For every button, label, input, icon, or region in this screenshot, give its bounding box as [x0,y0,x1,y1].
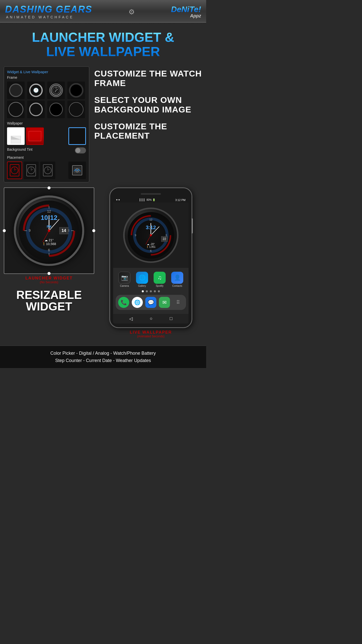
app-spotify-label: Spotify [156,285,164,287]
frame-item-3[interactable] [47,82,65,99]
frame-grid: 🕐 [7,82,86,118]
app-contacts[interactable]: 👤 Contacts [171,272,183,287]
wallpaper-red[interactable] [26,127,44,145]
app-camera[interactable]: 📷 Camera [118,272,130,287]
feature-2: SELECT YOUR OWN BACKGROUND IMAGE [94,95,202,114]
bottom-bar: Color Picker - Digital / Analog - Watch/… [0,346,206,368]
phone-watch-face: 12 3 6 9 3:12 22 [113,203,189,268]
placement-photo[interactable] [68,162,86,179]
wallpaper-white[interactable] [7,127,25,145]
phone-digital-time: 3:12 [146,224,156,230]
phone-watch-inner: 12 3 6 9 3:12 22 [128,212,174,259]
frame-item-6[interactable] [27,101,45,118]
wallpaper-black-selected[interactable] [68,127,86,145]
widget-label-sub: (No Seconds) [4,280,94,284]
phone-screen: ▾ ▾ ▎▎▎ 83% 🔋 3:12 PM 12 3 [113,197,189,324]
app-gallery-label: Gallery [138,285,146,287]
frame-item-8[interactable] [67,101,85,118]
phone-status-bar: ▾ ▾ ▎▎▎ 83% 🔋 3:12 PM [113,197,189,203]
photo-icon [72,165,82,175]
svg-line-16 [48,169,50,170]
placement-label: Placement [7,155,86,159]
watch-circle-5 [8,102,23,117]
resizable-title-line2: WIDGET [4,301,94,312]
gear-icon: ⚙ [128,8,135,16]
placement-item-2[interactable] [24,162,39,179]
dock-mail[interactable]: ✉ [159,297,170,308]
phone-outer: ▾ ▾ ▎▎▎ 83% 🔋 3:12 PM 12 3 [109,187,192,328]
svg-line-12 [31,169,33,170]
gallery-icon: 🌐 [136,272,148,284]
dock-msg[interactable]: 💬 [145,297,156,308]
nav-home[interactable]: ○ [150,316,153,321]
app-subtitle: Animated Watchface [5,15,92,19]
main-title: LAUNCHER WIDGET & LIVE WALLPAPER [5,30,201,59]
resize-dot-right[interactable] [92,229,95,232]
resizable-title-line1: RESIZABLE [4,289,94,301]
dock-phone[interactable]: 📞 [118,297,129,308]
feature-3: CUSTOMIZE THE PLACEMENT [94,122,202,141]
wallpaper-grid [7,127,86,145]
widget-panel-title: Widget & Live Wallpaper [7,70,86,74]
bg-tint-label: Background Tint [7,147,32,151]
frame-item-2[interactable]: 🕐 [27,82,45,99]
phone-apps: 📷 Camera 🌐 Gallery ♫ Spotify 👤 [113,268,189,314]
watch-inner: 12 3 6 9 10:12 PM [19,200,79,261]
dot-4 [154,290,156,292]
svg-text:6: 6 [48,248,50,252]
watch-face-large: 12 3 6 9 10:12 PM [14,195,84,266]
nav-recents[interactable]: □ [170,316,172,321]
frame-item-7[interactable] [47,101,65,118]
phone-side-button [192,218,193,233]
spotify-icon: ♫ [154,272,166,284]
svg-line-8 [15,169,16,170]
placement-item-1[interactable] [7,162,22,179]
watch-circle-4 [69,83,83,98]
widget-label-main: LAUNCHER WIDGET [4,276,94,280]
bg-tint-toggle[interactable] [75,147,86,153]
svg-text:12: 12 [47,209,51,213]
watch-circle-7 [49,103,63,116]
placement-item-3[interactable] [40,162,55,179]
denite-logo: DeNiTe! [171,5,201,13]
frame-item-4[interactable] [67,82,85,99]
frame-item-1[interactable] [7,82,25,99]
watch-circle-3 [49,84,63,97]
bottom-bar-line2: Step Counter - Current Date - Weather Up… [5,357,201,364]
dock-grid[interactable]: ⠿ [172,297,184,308]
denite-sub: Appz [171,13,201,19]
watch-circle-6 [29,103,43,116]
widget-frame: 12 3 6 9 10:12 PM [4,187,94,274]
frame-item-5[interactable] [7,101,25,118]
header-right: DeNiTe! Appz [171,5,201,19]
app-title: DASHING GEARS [5,5,92,14]
svg-text:6: 6 [150,249,151,252]
phone-label-sub: (Animated Seconds) [130,335,172,338]
nav-back[interactable]: ◁ [129,316,133,321]
header: DASHING GEARS Animated Watchface ⚙ DeNiT… [0,0,206,23]
wallpaper-section: Wallpaper [7,121,86,145]
dot-3 [150,290,152,292]
phone-status-icons: ▾ ▾ [116,198,120,202]
svg-text:9: 9 [29,228,31,232]
dock-row: 📞 🌐 💬 ✉ ⠿ [116,295,186,310]
phone-time: 3:12 PM [175,198,186,202]
phone-label: LIVE WALLPAPER (Animated Seconds) [130,330,172,338]
camera-icon: 📷 [118,272,130,284]
phone-date: 22 [161,236,167,242]
contacts-icon: 👤 [171,272,183,284]
widget-preview: 12 3 6 9 10:12 PM [4,187,94,338]
dock-chrome[interactable]: 🌐 [132,297,143,308]
frame-label: Frame [7,75,86,79]
feature-1: CUSTOMIZE THE WATCH FRAME [94,69,202,88]
app-spotify[interactable]: ♫ Spotify [154,272,166,287]
app-gallery[interactable]: 🌐 Gallery [136,272,148,287]
main-title-section: LAUNCHER WIDGET & LIVE WALLPAPER [0,23,206,64]
resize-dot-top[interactable] [48,186,51,189]
resize-dot-left[interactable] [3,229,6,232]
dot-2 [146,290,148,292]
resize-dot-bottom[interactable] [48,272,51,275]
widget-panel: Widget & Live Wallpaper Frame 🕐 [4,66,89,182]
wallpaper-label: Wallpaper [7,121,86,125]
svg-point-41 [150,234,152,236]
